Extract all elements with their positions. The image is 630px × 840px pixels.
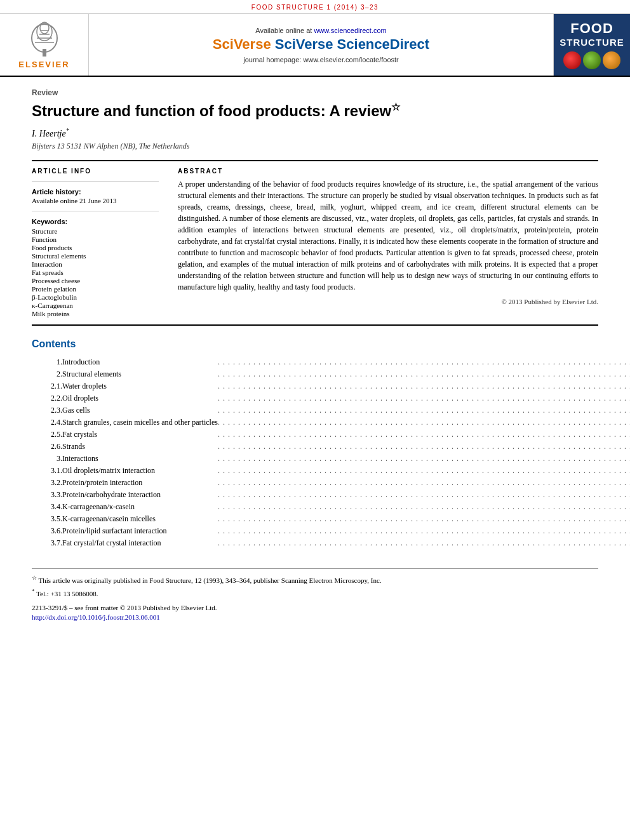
toc-row: 2.3.Gas cells. . . . . . . . . . . . . .…: [32, 404, 630, 417]
toc-label: Oil droplets/matrix interaction: [62, 465, 218, 477]
toc-row: 3.5.K-carrageenan/casein micelles. . . .…: [32, 513, 630, 525]
keywords-list: StructureFunctionFood productsStructural…: [32, 227, 159, 317]
toc-row: 3.4.K-carrageenan/κ-casein. . . . . . . …: [32, 501, 630, 513]
article-title: Structure and function of food products:…: [32, 101, 598, 121]
sciverse-sci: Sci: [213, 36, 234, 52]
journal-logo-box: FOOD STRUCTURE: [554, 14, 630, 76]
elsevier-tree-icon: [16, 20, 73, 58]
sciverse-title: SciVerse SciVerse ScienceDirect: [213, 36, 429, 53]
toc-dots: . . . . . . . . . . . . . . . . . . . . …: [218, 380, 630, 392]
footer-note-2: * Tel.: +31 13 5086008.: [32, 587, 598, 599]
logo-circle-2: [583, 51, 601, 69]
footer-note-1: ☆ This article was originally published …: [32, 574, 598, 585]
toc-dots: . . . . . . . . . . . . . . . . . . . . …: [218, 477, 630, 489]
toc-number: 3.7.: [32, 537, 62, 549]
toc-row: 2.2.Oil droplets. . . . . . . . . . . . …: [32, 392, 630, 404]
divider-2: [32, 211, 159, 211]
abstract-heading: ABSTRACT: [178, 168, 598, 175]
toc-label: Interactions: [62, 453, 218, 465]
keyword-item: β-Lactoglobulin: [32, 293, 159, 301]
keyword-item: Milk proteins: [32, 310, 159, 317]
toc-dots: . . . . . . . . . . . . . . . . . . . . …: [218, 453, 630, 465]
toc-number: 2.2.: [32, 392, 62, 404]
toc-dots: . . . . . . . . . . . . . . . . . . . . …: [218, 356, 630, 368]
toc-dots: . . . . . . . . . . . . . . . . . . . . …: [218, 429, 630, 441]
toc-row: 3.6.Protein/lipid surfactant interaction…: [32, 525, 630, 537]
article-info-col: ARTICLE INFO Article history: Available …: [32, 168, 159, 318]
toc-row: 2.5.Fat crystals. . . . . . . . . . . . …: [32, 429, 630, 441]
divider-after-abstract: [32, 324, 598, 326]
sciverse-sciencedirect: SciVerse ScienceDirect: [275, 36, 429, 52]
toc-number: 2.1.: [32, 380, 62, 392]
toc-number: 2.4.: [32, 417, 62, 429]
toc-number: 2.5.: [32, 429, 62, 441]
keyword-item: Protein gelation: [32, 285, 159, 293]
toc-number: 3.2.: [32, 477, 62, 489]
journal-logo-circles: [563, 51, 620, 69]
toc-row: 2.4.Starch granules, casein micelles and…: [32, 417, 630, 429]
logo-circle-3: [603, 51, 620, 69]
author-name: I. Heertje*: [32, 127, 598, 139]
article-info-heading: ARTICLE INFO: [32, 168, 159, 175]
journal-banner: ELSEVIER Available online at www.science…: [0, 13, 630, 76]
keyword-item: Food products: [32, 244, 159, 251]
footer-issn: 2213-3291/$ – see front matter © 2013 Pu…: [32, 604, 598, 611]
logo-circle-1: [563, 51, 581, 69]
toc-dots: . . . . . . . . . . . . . . . . . . . . …: [218, 465, 630, 477]
sciverse-verse: Verse: [234, 36, 271, 52]
abstract-col: ABSTRACT A proper understanding of the b…: [178, 168, 598, 318]
toc-label: Structural elements: [62, 368, 218, 380]
toc-label: Fat crystal/fat crystal interaction: [62, 537, 218, 549]
divider-1: [32, 181, 159, 182]
toc-number: 3.3.: [32, 489, 62, 501]
keyword-item: Fat spreads: [32, 269, 159, 276]
available-url-link[interactable]: www.sciencedirect.com: [314, 27, 386, 34]
toc-label: Starch granules, casein micelles and oth…: [62, 417, 218, 429]
toc-label: Strands: [62, 441, 218, 453]
toc-label: K-carrageenan/casein micelles: [62, 513, 218, 525]
toc-label: Fat crystals: [62, 429, 218, 441]
toc-row: 3.3.Protein/carbohydrate interaction. . …: [32, 489, 630, 501]
journal-center: Available online at www.sciencedirect.co…: [89, 14, 554, 76]
keyword-item: Processed cheese: [32, 277, 159, 284]
toc-dots: . . . . . . . . . . . . . . . . . . . . …: [218, 392, 630, 404]
toc-dots: . . . . . . . . . . . . . . . . . . . . …: [218, 368, 630, 380]
toc-row: 3.1.Oil droplets/matrix interaction. . .…: [32, 465, 630, 477]
elsevier-logo: ELSEVIER: [0, 14, 89, 76]
toc-row: 1.Introduction. . . . . . . . . . . . . …: [32, 356, 630, 368]
doi-link[interactable]: http://dx.doi.org/10.1016/j.foostr.2013.…: [32, 613, 160, 621]
toc-label: Gas cells: [62, 404, 218, 417]
toc-row: 2.6.Strands. . . . . . . . . . . . . . .…: [32, 441, 630, 453]
keyword-item: Structural elements: [32, 252, 159, 260]
available-online-text: Available online at www.sciencedirect.co…: [255, 27, 386, 34]
abstract-text: A proper understanding of the behavior o…: [178, 178, 598, 293]
toc-dots: . . . . . . . . . . . . . . . . . . . . …: [218, 501, 630, 513]
toc-label: Water droplets: [62, 380, 218, 392]
toc-row: 3.7.Fat crystal/fat crystal interaction.…: [32, 537, 630, 549]
toc-row: 2.1.Water droplets. . . . . . . . . . . …: [32, 380, 630, 392]
toc-row: 3.2.Protein/protein interaction. . . . .…: [32, 477, 630, 489]
journal-bar-text: FOOD STRUCTURE 1 (2014) 3–23: [251, 4, 379, 11]
copyright: © 2013 Published by Elsevier Ltd.: [178, 298, 598, 305]
journal-name-food: FOOD: [570, 20, 613, 37]
toc-dots: . . . . . . . . . . . . . . . . . . . . …: [218, 441, 630, 453]
contents-heading: Contents: [32, 338, 598, 350]
toc-dots: . . . . . . . . . . . . . . . . . . . . …: [218, 537, 630, 549]
toc-number: 3.1.: [32, 465, 62, 477]
toc-number: 3.6.: [32, 525, 62, 537]
toc-row: 3.Interactions. . . . . . . . . . . . . …: [32, 453, 630, 465]
keyword-item: Structure: [32, 227, 159, 235]
toc-label: Protein/carbohydrate interaction: [62, 489, 218, 501]
toc-number: 2.3.: [32, 404, 62, 417]
divider-thick: [32, 160, 598, 161]
toc-row: 2.Structural elements. . . . . . . . . .…: [32, 368, 630, 380]
journal-header: FOOD STRUCTURE 1 (2014) 3–23 ELSEVIER Av…: [0, 0, 630, 77]
toc-label: K-carrageenan/κ-casein: [62, 501, 218, 513]
article-info-abstract: ARTICLE INFO Article history: Available …: [32, 168, 598, 318]
toc-dots: . . . . . . . . . . . . . . . . . . . . …: [218, 513, 630, 525]
history-value: Available online 21 June 2013: [32, 197, 159, 204]
toc-label: Protein/protein interaction: [62, 477, 218, 489]
toc-number: 2.6.: [32, 441, 62, 453]
toc-dots: . . . . . . . . . . . . . . . . . . . . …: [218, 525, 630, 537]
keywords-label: Keywords:: [32, 218, 159, 225]
